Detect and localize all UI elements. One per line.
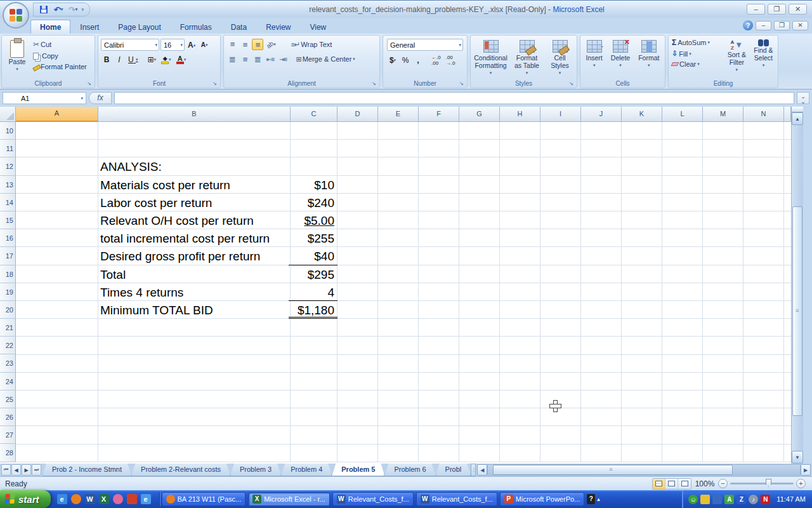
scroll-down-icon[interactable]: ▼ (792, 451, 803, 464)
alignment-dialog-launcher-icon[interactable]: ↘ (372, 81, 378, 87)
cell-C17[interactable]: $40 (289, 247, 337, 265)
msn-icon[interactable]: e (141, 494, 151, 504)
scroll-up-icon[interactable]: ▲ (792, 112, 803, 125)
column-header-M[interactable]: M (703, 107, 743, 122)
ribbon-tab-data[interactable]: Data (221, 20, 256, 34)
sheet-tab-probl[interactable]: Probl (436, 464, 471, 476)
start-button[interactable]: start (0, 490, 51, 508)
internet-explorer-icon[interactable]: e (57, 494, 67, 504)
row-header-20[interactable]: 20 (0, 301, 16, 319)
cell-B15[interactable]: Relevant O/H cost per return (100, 211, 254, 229)
workbook-minimize-button[interactable]: – (756, 21, 771, 30)
percent-style-button[interactable]: % (400, 55, 411, 66)
row-header-18[interactable]: 18 (0, 265, 16, 283)
cell-B17[interactable]: Desired gross profit per return (100, 247, 260, 265)
tools-icon[interactable] (712, 495, 722, 504)
save-button[interactable] (37, 4, 50, 15)
row-header-14[interactable]: 14 (0, 194, 16, 211)
taskbar-button-word[interactable]: WRelevant_Costs_f... (332, 492, 414, 506)
taskbar-button-powerpoint[interactable]: PMicrosoft PowerPo... (500, 492, 584, 506)
number-dialog-launcher-icon[interactable]: ↘ (459, 81, 466, 87)
vertical-scrollbar[interactable]: ▲ ▼ (791, 107, 803, 464)
next-sheet-button[interactable]: ▶ (22, 464, 31, 476)
find-select-button[interactable]: Find & Select▾ (750, 37, 776, 74)
cell-B14[interactable]: Labor cost per return (100, 194, 212, 211)
messenger-icon[interactable]: ☺ (688, 495, 698, 504)
styles-dialog-launcher-icon[interactable]: ↘ (569, 81, 575, 87)
grow-font-button[interactable]: A▴ (186, 39, 197, 51)
format-painter-button[interactable]: Format Painter (31, 62, 89, 71)
cell-B12[interactable]: ANALYSIS: (100, 157, 162, 175)
row-header-22[interactable]: 22 (0, 337, 16, 354)
app-pink-icon[interactable] (113, 494, 123, 504)
zoom-level[interactable]: 100% (694, 479, 716, 488)
taskbar-button-word[interactable]: WRelevant_Costs_f... (416, 492, 497, 506)
paste-button[interactable]: Paste▾ (3, 38, 31, 73)
align-middle-button[interactable]: ≡ (239, 39, 251, 50)
clipboard-dialog-launcher-icon[interactable]: ↘ (87, 81, 93, 87)
conditional-formatting-button[interactable]: Conditional Formatting▾ (473, 38, 509, 77)
normal-view-button[interactable] (653, 479, 665, 489)
select-all-corner[interactable] (0, 107, 16, 122)
font-name-combo[interactable]: Calibri▾ (101, 39, 159, 51)
help-tray-icon[interactable]: ? (587, 494, 595, 504)
vertical-scroll-thumb[interactable] (792, 206, 802, 416)
row-header-27[interactable]: 27 (0, 426, 16, 444)
restore-button[interactable]: ❐ (768, 4, 786, 15)
ribbon-tab-view[interactable]: View (300, 20, 336, 34)
scroll-left-icon[interactable]: ◀ (477, 464, 487, 476)
workbook-close-button[interactable]: ✕ (792, 21, 808, 30)
sheet-tab-problem-6[interactable]: Problem 6 (384, 464, 435, 476)
cell-B16[interactable]: total incremental cost per return (100, 229, 270, 247)
align-center-button[interactable]: ≡ (239, 53, 251, 65)
font-color-button[interactable]: A▾ (174, 54, 188, 65)
qat-customize-button[interactable]: ▾ (81, 6, 84, 13)
cell-C20[interactable]: $1,180 (289, 301, 337, 319)
sheet-tab-problem-3[interactable]: Problem 3 (230, 464, 281, 476)
ribbon-tab-formulas[interactable]: Formulas (171, 20, 221, 34)
help-icon[interactable]: ? (743, 20, 753, 30)
prev-sheet-button[interactable]: ◀ (11, 464, 21, 476)
sheet-tab-problem-4[interactable]: Problem 4 (281, 464, 332, 476)
sheet-tab-problem-2-relevant-costs[interactable]: Problem 2-Relevant costs (131, 464, 230, 476)
fill-button[interactable]: ⇩Fill▾ (670, 49, 723, 58)
taskbar-button-excel[interactable]: XMicrosoft Excel - r... (248, 492, 330, 506)
increase-indent-button[interactable]: ⇥≡ (277, 53, 289, 65)
volume-icon[interactable]: ♪ (749, 495, 758, 504)
column-header-I[interactable]: I (540, 107, 581, 122)
zoom-out-button[interactable]: − (718, 479, 728, 488)
insert-cells-button[interactable]: Insert▾ (584, 38, 605, 69)
minimize-button[interactable]: – (747, 4, 765, 15)
row-header-13[interactable]: 13 (0, 176, 16, 194)
redo-button[interactable]: ↷▾ (67, 4, 79, 15)
row-header-10[interactable]: 10 (0, 122, 16, 140)
horizontal-scroll-thumb[interactable] (493, 465, 733, 475)
column-header-G[interactable]: G (459, 107, 500, 122)
row-header-16[interactable]: 16 (0, 229, 16, 247)
row-header-28[interactable]: 28 (0, 444, 16, 462)
row-header-23[interactable]: 23 (0, 354, 16, 372)
zoom-slider-thumb[interactable] (766, 479, 771, 487)
office-button[interactable] (3, 2, 29, 29)
last-sheet-button[interactable]: ⏭ (32, 464, 41, 476)
clear-button[interactable]: Clear▾ (670, 60, 723, 69)
app-red-icon[interactable] (127, 494, 137, 504)
autosum-button[interactable]: ΣAutoSum▾ (670, 37, 723, 48)
column-header-H[interactable]: H (500, 107, 540, 122)
accounting-format-button[interactable]: $▾ (387, 55, 398, 66)
sheet-tab-prob-2-income-stmnt[interactable]: Prob 2 - Income Stmnt (43, 464, 131, 476)
bold-button[interactable]: B (101, 54, 112, 65)
page-break-view-button[interactable] (678, 479, 691, 489)
row-header-11[interactable]: 11 (0, 140, 16, 157)
row-header-25[interactable]: 25 (0, 391, 16, 408)
word-icon[interactable]: W (85, 494, 95, 504)
row-header-12[interactable]: 12 (0, 157, 16, 175)
wrap-text-button[interactable]: ≡↵Wrap Text (289, 40, 334, 50)
align-right-button[interactable]: ≣ (252, 53, 263, 65)
workbook-restore-button[interactable]: ❐ (774, 21, 790, 30)
column-header-C[interactable]: C (291, 107, 337, 122)
copy-button[interactable]: Copy (31, 51, 89, 60)
ribbon-tab-review[interactable]: Review (256, 20, 300, 34)
zoom-in-button[interactable]: + (796, 479, 806, 488)
row-header-17[interactable]: 17 (0, 247, 16, 265)
